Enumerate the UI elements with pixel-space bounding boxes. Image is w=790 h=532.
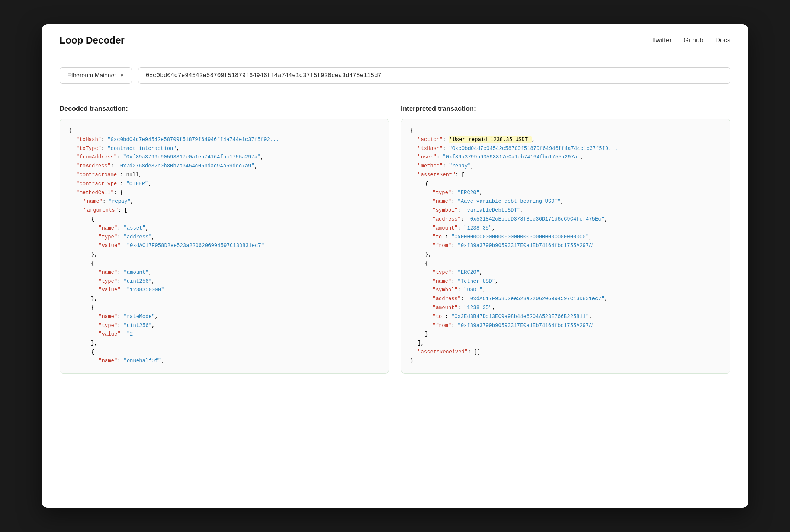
network-selector[interactable]: Ethereum Mainnet ▼ — [60, 67, 132, 84]
interpreted-code-panel: { "action": "User repaid 1238.35 USDT", … — [401, 119, 730, 374]
decoded-code-panel: { "txHash": "0xc0bd04d7e94542e58709f5187… — [60, 119, 389, 374]
interpreted-title: Interpreted transaction: — [401, 105, 730, 113]
search-area: Ethereum Mainnet ▼ — [42, 57, 748, 94]
header-nav: Twitter Github Docs — [652, 36, 730, 44]
main-content: Decoded transaction: { "txHash": "0xc0bd… — [42, 94, 748, 384]
app-logo: Loop Decoder — [60, 35, 125, 46]
app-container: Loop Decoder Twitter Github Docs Ethereu… — [42, 24, 748, 508]
docs-link[interactable]: Docs — [715, 36, 730, 44]
github-link[interactable]: Github — [684, 36, 703, 44]
twitter-link[interactable]: Twitter — [652, 36, 672, 44]
network-label: Ethereum Mainnet — [67, 72, 116, 79]
header: Loop Decoder Twitter Github Docs — [42, 24, 748, 57]
tx-hash-input[interactable] — [138, 67, 730, 84]
decoded-panel: Decoded transaction: { "txHash": "0xc0bd… — [60, 105, 389, 374]
interpreted-panel: Interpreted transaction: { "action": "Us… — [401, 105, 730, 374]
decoded-title: Decoded transaction: — [60, 105, 389, 113]
chevron-down-icon: ▼ — [120, 73, 124, 78]
